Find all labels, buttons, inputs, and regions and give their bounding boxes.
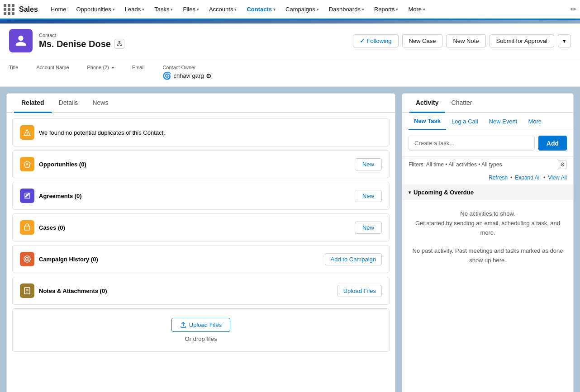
following-button[interactable]: ✓ Following	[353, 34, 399, 47]
nav-item-dashboards[interactable]: Dashboards ▾	[324, 0, 369, 20]
nav-item-tasks[interactable]: Tasks ▾	[150, 0, 177, 20]
nav-item-contacts[interactable]: Contacts ▾	[242, 0, 280, 20]
owner-name-link[interactable]: chhavi garg	[173, 72, 204, 79]
left-tabs-bar: Related Details News	[7, 94, 395, 113]
phone-value	[87, 71, 114, 78]
agreements-title: Agreements (0)	[39, 193, 350, 199]
opportunities-new-button[interactable]: New	[355, 158, 382, 170]
upload-area: Upload Files Or drop files	[12, 308, 390, 352]
notes-icon	[20, 283, 34, 298]
tab-chatter[interactable]: Chatter	[445, 94, 479, 113]
chevron-icon: ▾	[396, 7, 398, 12]
add-task-button[interactable]: Add	[538, 136, 567, 151]
view-all-link[interactable]: View All	[548, 175, 567, 181]
svg-point-9	[26, 163, 28, 165]
owner-label: Contact Owner	[162, 65, 211, 70]
owner-avatar-icon: 🌀	[162, 71, 171, 80]
agreements-new-button[interactable]: New	[355, 190, 382, 202]
phone-chevron-icon[interactable]: ▾	[112, 65, 114, 70]
nav-item-more[interactable]: More ▾	[404, 0, 430, 20]
more-activity-button[interactable]: More	[523, 113, 547, 130]
field-email: Email	[132, 65, 145, 80]
dot-separator: •	[510, 175, 512, 181]
chevron-icon: ▾	[142, 7, 144, 12]
expand-all-link[interactable]: Expand All	[515, 175, 541, 181]
cases-title: Cases (0)	[39, 224, 350, 231]
section-opportunities: Opportunities (0) New	[12, 150, 390, 178]
email-value	[132, 71, 145, 78]
field-account-name: Account Name	[36, 65, 69, 80]
new-note-button[interactable]: New Note	[446, 34, 485, 47]
refresh-link[interactable]: Refresh	[489, 175, 508, 181]
account-name-label: Account Name	[36, 65, 69, 70]
check-icon: ✓	[360, 38, 365, 44]
svg-rect-0	[119, 41, 120, 43]
new-task-button[interactable]: New Task	[409, 113, 446, 130]
upload-files-button[interactable]: Upload Files	[171, 318, 230, 332]
chevron-icon: ▾	[273, 7, 276, 12]
chevron-icon: ▾	[113, 7, 115, 12]
log-call-button[interactable]: Log a Call	[446, 113, 484, 130]
task-input[interactable]	[409, 136, 535, 151]
nav-item-files[interactable]: Files ▾	[178, 0, 203, 20]
activity-actions-bar: New Task Log a Call New Event More	[402, 113, 573, 130]
duplicate-alert: We found no potential duplicates of this…	[12, 118, 390, 146]
tab-news[interactable]: News	[85, 94, 115, 113]
task-input-row: Add	[402, 130, 573, 156]
title-value	[9, 71, 18, 78]
nav-item-reports[interactable]: Reports ▾	[370, 0, 403, 20]
chevron-icon: ▾	[362, 7, 364, 12]
header-dropdown-button[interactable]: ▾	[558, 34, 571, 47]
svg-rect-7	[27, 132, 27, 134]
email-label: Email	[132, 65, 145, 70]
filters-links-row: Refresh • Expand All • View All	[402, 173, 573, 184]
field-owner: Contact Owner 🌀 chhavi garg ⚙	[162, 65, 211, 80]
nav-item-leads[interactable]: Leads ▾	[120, 0, 149, 20]
chevron-icon: ▾	[171, 7, 173, 12]
tab-details[interactable]: Details	[52, 94, 86, 113]
dot-separator2: •	[543, 175, 545, 181]
upload-files-label: Upload Files	[189, 321, 222, 328]
new-event-button[interactable]: New Event	[484, 113, 523, 130]
new-case-button[interactable]: New Case	[402, 34, 443, 47]
svg-rect-1	[117, 45, 119, 46]
main-layout: Related Details News We found no pot	[0, 87, 580, 392]
left-panel: Related Details News We found no pot	[6, 93, 395, 392]
agreements-icon	[20, 189, 34, 203]
cases-new-button[interactable]: New	[355, 222, 382, 234]
section-campaign-history: Campaign History (0) Add to Campaign	[12, 245, 390, 273]
phone-label: Phone (2) ▾	[87, 65, 114, 70]
owner-edit-icon[interactable]: ⚙	[206, 72, 212, 80]
no-activity-message: No activities to show.Get started by sen…	[402, 200, 573, 242]
header-band	[0, 20, 580, 24]
tab-related[interactable]: Related	[14, 94, 52, 113]
nav-item-campaigns[interactable]: Campaigns ▾	[281, 0, 323, 20]
nav-item-home[interactable]: Home	[46, 0, 71, 20]
contact-header: Contact Ms. Denise Dose ✓ Following New …	[0, 24, 580, 60]
opportunities-title: Opportunities (0)	[39, 161, 350, 168]
svg-rect-10	[24, 226, 30, 230]
filters-gear-icon[interactable]: ⚙	[558, 160, 567, 169]
contact-org-icon[interactable]	[114, 39, 124, 49]
tab-activity[interactable]: Activity	[409, 94, 445, 113]
submit-approval-button[interactable]: Submit for Approval	[490, 34, 554, 47]
right-panel: Activity Chatter New Task Log a Call New…	[402, 93, 574, 392]
duplicate-alert-text: We found no potential duplicates of this…	[39, 129, 165, 136]
svg-rect-8	[27, 134, 27, 135]
no-past-activity-message: No past activity. Past meetings and task…	[402, 242, 573, 274]
filters-row: Filters: All time • All activities • All…	[402, 156, 573, 173]
apps-icon[interactable]	[4, 4, 14, 15]
contact-actions: ✓ Following New Case New Note Submit for…	[353, 34, 571, 47]
svg-rect-2	[120, 45, 122, 46]
nav-item-accounts[interactable]: Accounts ▾	[204, 0, 241, 20]
add-to-campaign-button[interactable]: Add to Campaign	[325, 253, 382, 265]
edit-nav-icon[interactable]: ✏	[570, 5, 576, 14]
alert-icon	[20, 125, 34, 140]
contact-name: Ms. Denise Dose	[39, 39, 111, 49]
nav-item-opportunities[interactable]: Opportunities ▾	[72, 0, 119, 20]
upcoming-chevron-icon[interactable]: ▾	[409, 190, 411, 195]
svg-point-13	[27, 259, 28, 260]
right-tabs-bar: Activity Chatter	[402, 94, 573, 113]
upload-files-header-button[interactable]: Upload Files	[338, 285, 382, 297]
chevron-icon: ▾	[423, 7, 425, 12]
